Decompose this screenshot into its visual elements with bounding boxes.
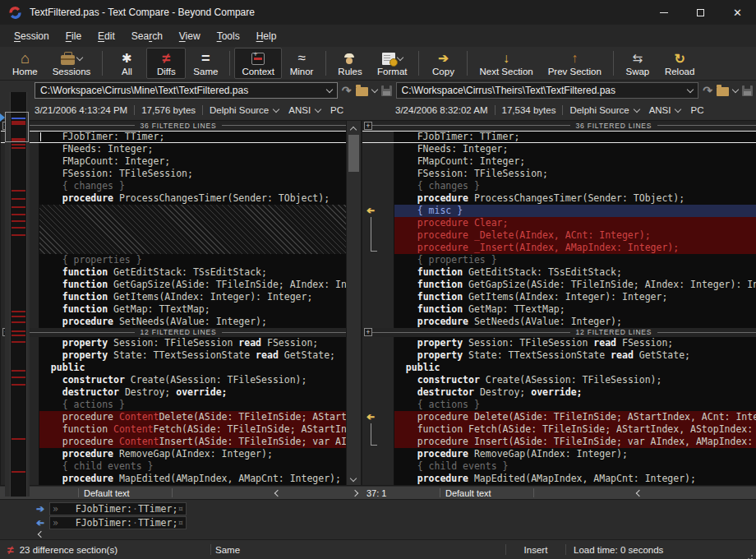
- code-text[interactable]: FJobTimer: TTimer;: [39, 132, 346, 142]
- resize-grip[interactable]: [743, 540, 756, 559]
- code-text[interactable]: procedure _Delete(AIndex, ACnt: Integer)…: [394, 229, 756, 242]
- code-text[interactable]: procedure ContentInsert(ASide: TFileInSi…: [39, 436, 346, 448]
- code-text[interactable]: function GetGapSize(ASide: TFileInSide; …: [39, 279, 346, 291]
- sessions-button[interactable]: Sessions: [45, 48, 99, 79]
- rules-button[interactable]: Rules: [330, 48, 370, 79]
- code-text[interactable]: property State: TTextSessionState read G…: [39, 349, 346, 362]
- left-vertical-scrollbar[interactable]: [346, 121, 361, 485]
- reload-button[interactable]: Reload: [657, 48, 702, 79]
- prev-section-button[interactable]: Prev Section: [541, 48, 609, 79]
- code-text[interactable]: FNeeds: Integer;: [394, 143, 756, 155]
- code-text[interactable]: public: [39, 362, 346, 374]
- menu-item-view[interactable]: View: [171, 27, 209, 45]
- left-browse-sibling-icon[interactable]: ↷: [342, 84, 352, 97]
- code-text[interactable]: property Session: TFileSession read FSes…: [39, 337, 346, 349]
- code-text[interactable]: FMapCount: Integer;: [394, 155, 756, 168]
- code-text[interactable]: function GetItems(AIndex: Integer): Inte…: [39, 291, 346, 303]
- code-text[interactable]: constructor Create(ASession: TFileSessio…: [394, 374, 756, 386]
- code-text[interactable]: function GetEditStack: TSsEditStack;: [394, 266, 756, 279]
- code-text[interactable]: FJobTimer: TTimer;: [394, 132, 756, 142]
- scrollbar-thumb[interactable]: [348, 135, 359, 172]
- code-text[interactable]: { actions }: [394, 399, 756, 411]
- all-button[interactable]: All: [107, 48, 146, 79]
- code-text[interactable]: destructor Destroy; override;: [39, 386, 346, 399]
- code-text[interactable]: FMapCount: Integer;: [39, 155, 346, 168]
- scroll-left-icon[interactable]: [274, 489, 281, 496]
- menu-item-search[interactable]: Search: [123, 27, 171, 45]
- code-text[interactable]: function ContentFetch(ASide: TFileInSide…: [39, 423, 346, 436]
- left-encoding-select[interactable]: ANSI: [288, 105, 320, 115]
- diff-minimap[interactable]: [5, 92, 30, 497]
- scroll-right-icon[interactable]: [352, 489, 358, 496]
- minimap-column[interactable]: [10, 92, 27, 497]
- scroll-up-icon[interactable]: [350, 127, 357, 133]
- code-text[interactable]: procedure ProcessChangesTimer(Sender: TO…: [39, 192, 346, 205]
- left-format-select[interactable]: Delphi Source: [210, 105, 279, 115]
- left-save-icon[interactable]: [381, 85, 392, 96]
- scroll-left-icon[interactable]: [636, 489, 643, 496]
- right-encoding-select[interactable]: ANSI: [649, 105, 681, 115]
- code-text[interactable]: { misc }: [394, 205, 756, 217]
- code-text[interactable]: procedure ContentDelete(ASide: TFileInSi…: [39, 411, 346, 423]
- copy-section-arrow-icon[interactable]: ➔: [366, 206, 375, 216]
- copy-section-arrow-icon[interactable]: ➔: [366, 412, 375, 423]
- right-path-combo[interactable]: C:\Workspace\Cirrus\Theirs\Text\TextFilt…: [396, 82, 699, 99]
- code-text[interactable]: procedure SetNeeds(AValue: Integer);: [39, 316, 346, 328]
- code-text[interactable]: { properties }: [39, 254, 346, 266]
- minimize-button[interactable]: [645, 0, 682, 25]
- code-text[interactable]: function GetEditStack: TSsEditStack;: [39, 266, 346, 279]
- code-text[interactable]: procedure Insert(ASide: TFileInSide; var…: [394, 436, 756, 448]
- menu-item-tools[interactable]: Tools: [209, 27, 248, 45]
- next-section-button[interactable]: Next Section: [472, 48, 540, 79]
- swap-button[interactable]: Swap: [618, 48, 657, 79]
- copy-button[interactable]: Copy: [423, 48, 463, 79]
- right-save-icon[interactable]: [742, 85, 753, 96]
- minor-button[interactable]: Minor: [282, 48, 321, 79]
- code-text[interactable]: function GetGapSize(ASide: TFileInSide; …: [394, 279, 756, 291]
- same-button[interactable]: Same: [186, 48, 225, 79]
- code-text[interactable]: function Fetch(ASide: TFileInSide; AStar…: [394, 423, 756, 436]
- maximize-button[interactable]: [682, 0, 719, 25]
- right-open-folder-icon[interactable]: [717, 87, 729, 96]
- scroll-down-icon[interactable]: [350, 475, 357, 482]
- scroll-left-icon[interactable]: [38, 531, 44, 538]
- code-text[interactable]: procedure _Insert(AIndex, AMapIndex: Int…: [394, 242, 756, 254]
- home-button[interactable]: Home: [5, 48, 45, 79]
- code-text[interactable]: { changes }: [39, 180, 346, 192]
- menu-item-help[interactable]: Help: [248, 27, 285, 45]
- right-editor[interactable]: +36 FILTERED LINES FJobTimer: TTimer; FN…: [362, 120, 756, 486]
- code-text[interactable]: procedure MapEdited(AMapIndex, AMapCnt: …: [39, 473, 346, 485]
- minimap-viewport[interactable]: [5, 112, 29, 142]
- code-text[interactable]: procedure ProcessChangesTimer(Sender: TO…: [394, 192, 756, 205]
- chevron-down-icon[interactable]: [76, 53, 83, 60]
- code-text[interactable]: procedure RemoveGap(AIndex: Integer);: [39, 448, 346, 460]
- collapsed-gap[interactable]: [39, 205, 346, 254]
- code-text[interactable]: function GetMap: TTextMap;: [394, 303, 756, 316]
- menu-item-edit[interactable]: Edit: [90, 27, 123, 45]
- chevron-down-icon[interactable]: [371, 85, 377, 92]
- left-path-combo[interactable]: C:\Workspace\Cirrus\Mine\Text\TextFilter…: [35, 82, 338, 99]
- code-text[interactable]: constructor Create(ASession: TFileSessio…: [39, 374, 346, 386]
- code-text[interactable]: { actions }: [39, 399, 346, 411]
- code-text[interactable]: property State: TTextSessionState read G…: [394, 349, 756, 362]
- code-text[interactable]: destructor Destroy; override;: [394, 386, 756, 399]
- right-format-select[interactable]: Delphi Source: [569, 105, 638, 115]
- code-text[interactable]: { changes }: [394, 180, 756, 192]
- code-text[interactable]: FNeeds: Integer;: [39, 143, 346, 155]
- merge-left-arrow-icon[interactable]: ➔: [31, 517, 49, 529]
- code-text[interactable]: FSession: TFileSession;: [39, 168, 346, 180]
- expand-section-icon[interactable]: +: [364, 122, 372, 130]
- code-text[interactable]: procedure Clear;: [394, 217, 756, 229]
- expand-section-icon[interactable]: +: [364, 328, 372, 336]
- chevron-down-icon[interactable]: [732, 85, 739, 92]
- code-text[interactable]: FSession: TFileSession;: [394, 168, 756, 180]
- code-text[interactable]: property Session: TFileSession read FSes…: [394, 337, 756, 349]
- menu-item-file[interactable]: File: [58, 27, 90, 45]
- code-text[interactable]: procedure RemoveGap(AIndex: Integer);: [394, 448, 756, 460]
- code-text[interactable]: procedure Delete(ASide: TFileInSide; ASt…: [394, 411, 756, 423]
- format-button[interactable]: Format: [370, 48, 414, 79]
- code-text[interactable]: { child events }: [39, 460, 346, 473]
- merge-right-arrow-icon[interactable]: ➔: [31, 503, 49, 515]
- code-text[interactable]: function GetMap: TTextMap;: [39, 303, 346, 316]
- code-text[interactable]: { child events }: [394, 460, 756, 473]
